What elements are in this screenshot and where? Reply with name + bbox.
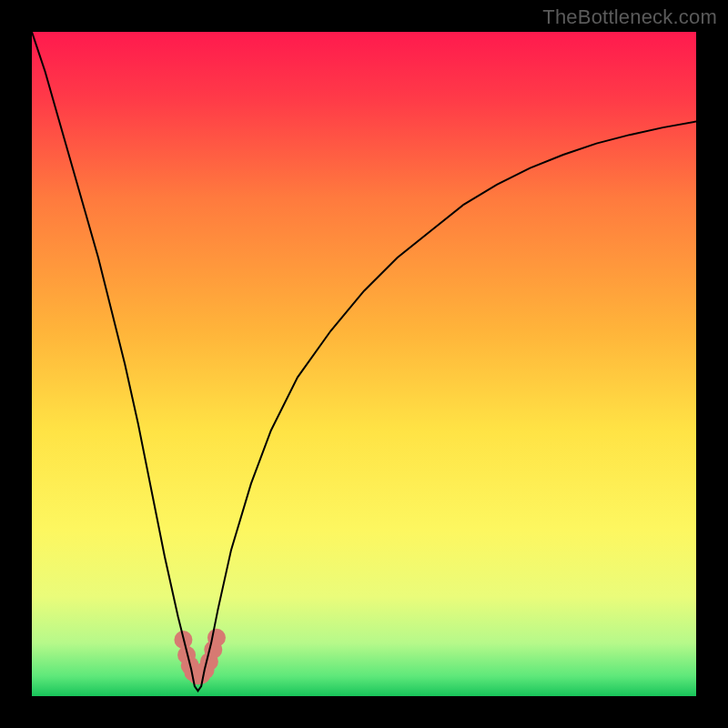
curve-layer: [32, 32, 696, 696]
minimum-marker: [174, 629, 226, 685]
bottleneck-curve: [32, 32, 696, 691]
plot-area: [32, 32, 696, 696]
watermark-text: TheBottleneck.com: [542, 5, 717, 29]
chart-frame: TheBottleneck.com: [0, 0, 728, 728]
